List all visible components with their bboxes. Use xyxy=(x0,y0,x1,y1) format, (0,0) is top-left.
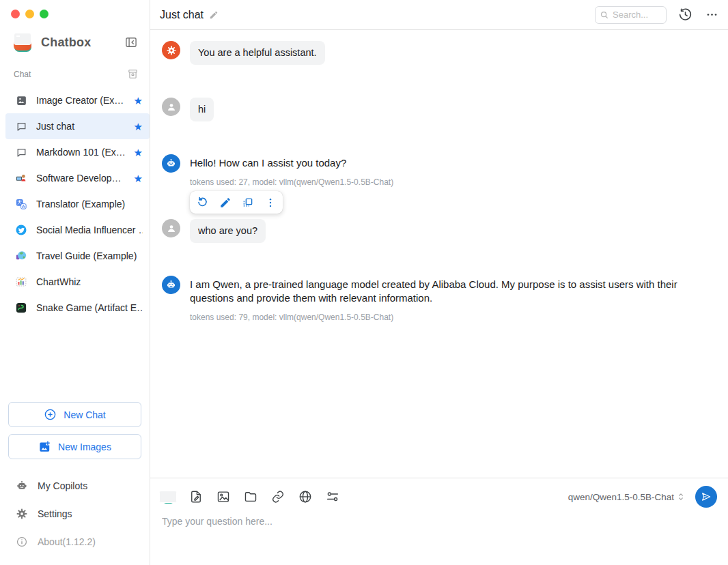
sidebar-item-label: Translator (Example) xyxy=(36,199,143,209)
send-button[interactable] xyxy=(695,486,717,508)
attach-link-icon[interactable] xyxy=(270,489,285,504)
message-assistant: I am Qwen, a pre-trained language model … xyxy=(162,276,717,322)
assistant-robot-avatar xyxy=(162,154,180,173)
developer-emoji-icon xyxy=(15,172,27,184)
section-label: Chat xyxy=(14,70,127,79)
sidebar-item-settings[interactable]: Settings xyxy=(0,499,150,527)
sidebar-item-label: Markdown 101 (Ex… xyxy=(36,147,131,158)
search-icon xyxy=(600,10,609,20)
sidebar-footer: My Copilots xyxy=(0,472,150,565)
sidebar-item-social-media-influencer[interactable]: Social Media Influencer … xyxy=(0,217,150,243)
message-user: who are you? xyxy=(162,219,717,243)
chat-bubble-icon xyxy=(15,146,27,158)
message-list: You are a helpful assistant. hi xyxy=(150,30,728,478)
message-text: I am Qwen, a pre-trained language model … xyxy=(190,278,706,305)
gear-icon xyxy=(16,508,28,520)
sidebar-item-translator[interactable]: Translator (Example) xyxy=(0,191,150,217)
chat-header: Just chat xyxy=(150,0,728,30)
image-icon xyxy=(15,94,27,106)
model-name: qwen/Qwen1.5-0.5B-Chat xyxy=(568,492,674,502)
minimize-window-button[interactable] xyxy=(25,10,34,18)
zoom-window-button[interactable] xyxy=(40,10,48,18)
sidebar-item-label: Just chat xyxy=(36,121,131,132)
new-chat-button[interactable]: New Chat xyxy=(8,402,141,427)
sidebar-item-my-copilots[interactable]: My Copilots xyxy=(0,472,150,499)
sidebar: Chatbox Chat xyxy=(0,0,150,565)
message-system: You are a helpful assistant. xyxy=(162,41,717,65)
settings-sliders-icon[interactable] xyxy=(325,489,340,504)
travel-globe-emoji-icon xyxy=(15,250,27,262)
star-icon[interactable]: ★ xyxy=(134,121,143,132)
twitter-bird-icon xyxy=(15,224,27,236)
new-images-button[interactable]: New Images xyxy=(8,434,141,459)
sidebar-item-chartwhiz[interactable]: ChartWhiz xyxy=(0,269,150,295)
chatbox-window: Chatbox Chat xyxy=(0,0,728,565)
message-input[interactable] xyxy=(162,516,717,549)
edit-message-icon[interactable] xyxy=(219,197,232,209)
attach-image-icon[interactable] xyxy=(216,489,231,504)
plus-circle-icon xyxy=(44,408,57,421)
message-user: hi xyxy=(162,98,717,121)
window-controls xyxy=(0,0,150,18)
sidebar-item-label: ChartWhiz xyxy=(36,276,143,287)
brand-row: Chatbox xyxy=(0,18,150,52)
sidebar-item-label: Snake Game (Artifact E… xyxy=(36,302,143,313)
robot-icon xyxy=(16,480,28,492)
collapse-sidebar-icon[interactable] xyxy=(124,35,139,50)
search-box[interactable] xyxy=(595,6,667,24)
model-selector[interactable]: qwen/Qwen1.5-0.5B-Chat xyxy=(568,491,686,502)
message-bubble: You are a helpful assistant. xyxy=(190,41,325,65)
message-bubble: who are you? xyxy=(190,219,266,243)
send-icon xyxy=(700,491,712,503)
footer-item-label: About(1.12.2) xyxy=(38,536,96,547)
conversation-list: Image Creator (Ex… ★ Just chat ★ xyxy=(0,87,150,321)
chatbox-mini-logo-icon[interactable] xyxy=(162,491,175,504)
search-input[interactable] xyxy=(613,10,659,20)
history-icon[interactable] xyxy=(678,8,692,22)
new-images-label: New Images xyxy=(58,441,111,452)
message-assistant: Hello! How can I assist you today? token… xyxy=(162,154,717,214)
star-icon[interactable]: ★ xyxy=(134,96,143,106)
sidebar-item-software-developer[interactable]: Software Develop… ★ xyxy=(0,165,150,191)
sidebar-item-label: Social Media Influencer … xyxy=(36,224,143,235)
quote-document-icon[interactable] xyxy=(188,489,204,504)
more-vert-icon[interactable] xyxy=(264,197,277,209)
more-options-icon[interactable] xyxy=(705,8,718,21)
image-plus-icon xyxy=(38,440,51,453)
copy-icon[interactable] xyxy=(242,197,254,209)
regenerate-icon[interactable] xyxy=(196,196,209,209)
message-bubble: hi xyxy=(190,98,214,121)
chat-main: Just chat xyxy=(150,0,728,565)
user-avatar xyxy=(162,98,180,116)
sidebar-item-snake-game[interactable]: Snake Game (Artifact E… xyxy=(0,295,150,321)
user-avatar xyxy=(162,219,180,237)
translator-emoji-icon xyxy=(15,198,27,210)
sidebar-item-about[interactable]: About(1.12.2) xyxy=(0,527,150,555)
message-text: Hello! How can I assist you today? xyxy=(190,156,393,170)
page-title: Just chat xyxy=(160,9,204,21)
chat-bubble-icon xyxy=(15,120,27,132)
new-chat-label: New Chat xyxy=(64,409,105,420)
header-actions xyxy=(595,6,718,24)
sidebar-item-travel-guide[interactable]: Travel Guide (Example) xyxy=(0,243,150,269)
chart-emoji-icon xyxy=(15,276,27,288)
info-icon xyxy=(16,536,28,548)
chatbox-logo-icon xyxy=(14,33,33,52)
composer: qwen/Qwen1.5-0.5B-Chat xyxy=(150,478,728,565)
sidebar-item-markdown-101[interactable]: Markdown 101 (Ex… ★ xyxy=(0,139,150,165)
unfold-more-icon xyxy=(675,491,686,502)
star-icon[interactable]: ★ xyxy=(134,147,143,158)
sidebar-item-just-chat[interactable]: Just chat ★ xyxy=(5,113,150,139)
sidebar-item-label: Software Develop… xyxy=(36,173,131,184)
app-title: Chatbox xyxy=(41,35,124,50)
archive-icon[interactable] xyxy=(127,68,139,80)
close-window-button[interactable] xyxy=(11,10,20,18)
web-browsing-globe-icon[interactable] xyxy=(298,489,313,504)
snake-game-icon xyxy=(15,302,27,314)
token-usage-text: tokens used: 27, model: vllm(qwen/Qwen1.… xyxy=(190,177,393,187)
sidebar-item-image-creator[interactable]: Image Creator (Ex… ★ xyxy=(0,87,150,113)
edit-title-icon[interactable] xyxy=(209,10,219,20)
sidebar-item-label: Travel Guide (Example) xyxy=(36,250,143,261)
attach-file-folder-icon[interactable] xyxy=(243,489,258,504)
star-icon[interactable]: ★ xyxy=(134,173,143,184)
